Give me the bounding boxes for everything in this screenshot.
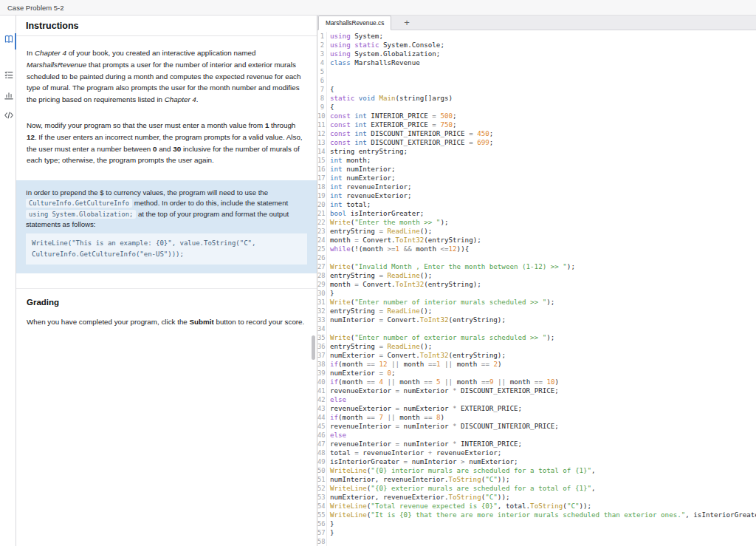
- tab-label: MarshallsRevenue.cs: [326, 19, 384, 27]
- code-line[interactable]: 4class MarshallsRevenue: [317, 58, 756, 67]
- icon-rail: [0, 16, 16, 546]
- line-number: 41: [317, 386, 327, 395]
- code-line[interactable]: 40if(month == 4 || month == 5 || month =…: [317, 378, 756, 386]
- code-line[interactable]: 53numExterior, revenueExterior.ToString(…: [317, 493, 756, 502]
- code-line[interactable]: 46else: [317, 431, 756, 440]
- panel-scrollbar[interactable]: [312, 335, 315, 360]
- code-line[interactable]: 52WriteLine("{0} exterior murals are sch…: [317, 484, 756, 493]
- line-number: 42: [317, 395, 327, 404]
- sidebar-item-code[interactable]: [2, 110, 15, 123]
- line-number: 29: [317, 280, 327, 289]
- line-number: 23: [317, 227, 327, 236]
- line-number: 32: [317, 307, 327, 315]
- code-line[interactable]: 45revenueInterior = numInterior * DISCOU…: [317, 422, 756, 431]
- code-line[interactable]: 49isInteriorGreater = numInterior > numE…: [317, 457, 756, 466]
- code-line[interactable]: 57}: [317, 528, 756, 537]
- code-line[interactable]: 16int numInterior;: [317, 165, 756, 174]
- code-line[interactable]: 28entryString = ReadLine();: [317, 271, 756, 280]
- code-line[interactable]: 32entryString = ReadLine();: [317, 307, 756, 315]
- new-tab-button[interactable]: +: [401, 18, 413, 27]
- line-number: 47: [317, 440, 327, 448]
- line-number: 58: [317, 537, 327, 546]
- line-number: 38: [317, 360, 327, 369]
- code-line[interactable]: 33numInterior = Convert.ToInt32(entryStr…: [317, 315, 756, 324]
- code-content[interactable]: 1using System;2using static System.Conso…: [317, 30, 756, 546]
- code-line[interactable]: 27Write("Invalid Month , Enter the month…: [317, 262, 756, 271]
- inline-code-chip: using System.Globalization;: [26, 210, 136, 219]
- code-line[interactable]: 36entryString = ReadLine();: [317, 342, 756, 351]
- line-number: 44: [317, 413, 327, 422]
- code-line[interactable]: 29month = Convert.ToInt32(entryString);: [317, 280, 756, 289]
- case-problem-title: Case Problem 5-2: [7, 4, 64, 12]
- code-line[interactable]: 19int revenueExterior;: [317, 191, 756, 200]
- line-number: 40: [317, 378, 327, 386]
- sidebar-item-results[interactable]: [2, 90, 15, 103]
- tab-marshallsrevenue[interactable]: MarshallsRevenue.cs: [318, 16, 391, 30]
- inline-code-chip: CultureInfo.GetCultureInfo: [26, 199, 132, 208]
- code-line[interactable]: 7{: [317, 85, 756, 94]
- code-line[interactable]: 10const int INTERIOR_PRICE = 500;: [317, 112, 756, 120]
- top-bar: Case Problem 5-2: [0, 0, 756, 16]
- code-line[interactable]: 1using System;: [317, 32, 756, 41]
- note-text: In order to prepend the $ to currency va…: [26, 188, 307, 230]
- code-line[interactable]: 54WriteLine("Total revenue expected is {…: [317, 502, 756, 511]
- line-number: 46: [317, 431, 327, 440]
- line-number: 13: [317, 138, 327, 147]
- code-line[interactable]: 23entryString = ReadLine();: [317, 227, 756, 236]
- sidebar-item-instructions[interactable]: [2, 34, 15, 47]
- line-number: 37: [317, 351, 327, 360]
- code-line[interactable]: 13const int DISCOUNT_EXTERIOR_PRICE = 69…: [317, 138, 756, 147]
- code-line[interactable]: 51numInterior, revenueInterior.ToString(…: [317, 475, 756, 484]
- code-line[interactable]: 22Write("Enter the month >> ");: [317, 218, 756, 227]
- code-line[interactable]: 39numExterior = 0;: [317, 369, 756, 378]
- code-line[interactable]: 9{: [317, 103, 756, 112]
- code-line[interactable]: 55WriteLine("It is {0} that there are mo…: [317, 511, 756, 519]
- code-line[interactable]: 8static void Main(string[]args): [317, 94, 756, 103]
- code-line[interactable]: 31Write("Enter number of interior murals…: [317, 298, 756, 307]
- code-line[interactable]: 6: [317, 76, 756, 85]
- code-line[interactable]: 41revenueExterior = numExterior * DISCOU…: [317, 386, 756, 395]
- code-line[interactable]: 14string entryString;: [317, 147, 756, 156]
- line-number: 43: [317, 404, 327, 413]
- code-line[interactable]: 26: [317, 253, 756, 262]
- code-line[interactable]: 11const int EXTERIOR_PRICE = 750;: [317, 120, 756, 129]
- code-line[interactable]: 42else: [317, 395, 756, 404]
- line-number: 24: [317, 236, 327, 245]
- line-number: 22: [317, 218, 327, 227]
- code-line[interactable]: 44if(month == 7 || month == 8): [317, 413, 756, 422]
- code-line[interactable]: 15int month;: [317, 156, 756, 165]
- code-line[interactable]: 34: [317, 324, 756, 333]
- code-line[interactable]: 20int total;: [317, 200, 756, 209]
- code-line[interactable]: 5: [317, 67, 756, 76]
- line-number: 48: [317, 448, 327, 457]
- line-number: 45: [317, 422, 327, 431]
- code-line[interactable]: 17int numExterior;: [317, 174, 756, 182]
- code-line[interactable]: 50WriteLine("{0} interior murals are sch…: [317, 466, 756, 475]
- line-number: 11: [317, 120, 327, 129]
- code-line[interactable]: 58: [317, 537, 756, 546]
- code-line[interactable]: 25while(!(month >=1 && month <=12)){: [317, 245, 756, 253]
- code-line[interactable]: 48total = revenueInterior + revenueExter…: [317, 448, 756, 457]
- line-number: 7: [317, 85, 327, 94]
- code-line[interactable]: 30}: [317, 289, 756, 298]
- code-line[interactable]: 35Write("Enter number of exterior murals…: [317, 333, 756, 342]
- book-icon: [4, 34, 14, 47]
- code-line[interactable]: 43revenueExterior = numExterior * EXTERI…: [317, 404, 756, 413]
- line-number: 49: [317, 457, 327, 466]
- code-line[interactable]: 56}: [317, 519, 756, 528]
- line-number: 5: [317, 67, 327, 76]
- code-line[interactable]: 21bool isInteriorGreater;: [317, 209, 756, 218]
- line-number: 8: [317, 94, 327, 103]
- code-line[interactable]: 24month = Convert.ToInt32(entryString);: [317, 236, 756, 245]
- code-line[interactable]: 2using static System.Console;: [317, 41, 756, 50]
- line-number: 56: [317, 519, 327, 528]
- line-number: 19: [317, 191, 327, 200]
- sidebar-item-tasks[interactable]: [2, 69, 15, 82]
- code-line[interactable]: 47revenueInterior = numInterior * INTERI…: [317, 440, 756, 448]
- code-line[interactable]: 37numExterior = Convert.ToInt32(entryStr…: [317, 351, 756, 360]
- code-line[interactable]: 38if(month == 12 || month ==1 || month =…: [317, 360, 756, 369]
- code-line[interactable]: 18int revenueInterior;: [317, 182, 756, 191]
- code-line[interactable]: 3using System.Globalization;: [317, 50, 756, 58]
- line-number: 28: [317, 271, 327, 280]
- code-line[interactable]: 12const int DISCOUNT_INTERIOR_PRICE = 45…: [317, 129, 756, 138]
